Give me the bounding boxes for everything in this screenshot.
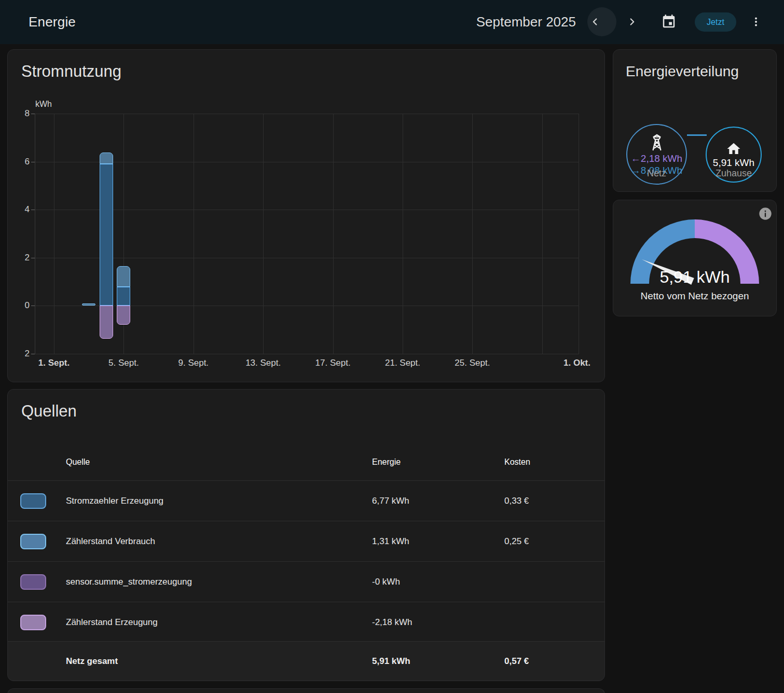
grid-to-home-line xyxy=(687,134,707,136)
source-energy: -0 kWh xyxy=(372,577,504,587)
period-label: September 2025 xyxy=(476,0,576,44)
usage-card-title: Stromnutzung xyxy=(21,62,121,81)
y-gridline xyxy=(35,114,579,114)
x-gridline xyxy=(542,114,543,354)
source-name: Stromzaehler Erzeugung xyxy=(59,496,372,506)
x-gridline xyxy=(403,114,403,354)
x-tick-label: 17. Sept. xyxy=(315,358,351,368)
y-tick-label: 2 xyxy=(12,253,30,263)
table-row: sensor.summe_stromerzeugung-0 kWh xyxy=(8,561,604,602)
home-icon xyxy=(726,141,741,157)
chevron-right-icon xyxy=(626,16,638,27)
source-energy: -2,18 kWh xyxy=(372,617,504,628)
source-cost: 0,25 € xyxy=(504,536,592,547)
axis-right xyxy=(579,114,579,354)
now-button-label: Jetzt xyxy=(707,18,724,27)
x-tick-label: 9. Sept. xyxy=(178,358,209,368)
table-row: Zählerstand Verbrauch1,31 kWh0,25 € xyxy=(8,521,604,561)
home-label: Zuhause xyxy=(706,168,762,179)
transmission-tower-icon xyxy=(647,133,667,153)
x-tick-label: 13. Sept. xyxy=(245,358,281,368)
y-axis-unit: kWh xyxy=(35,100,52,109)
x-gridline xyxy=(263,114,264,354)
x-gridline xyxy=(333,114,334,354)
y-tick xyxy=(31,258,35,258)
y-tick-label: 4 xyxy=(12,204,30,215)
x-tick-label: 25. Sept. xyxy=(455,358,490,368)
y-tick xyxy=(31,306,35,306)
sources-card-title: Quellen xyxy=(21,402,77,421)
x-gridline xyxy=(472,114,473,354)
bar-segment-Zählerstand Verbrauch[interactable] xyxy=(100,153,113,164)
gauge-value: 5,91 kWh xyxy=(613,268,776,287)
source-name: Zählerstand Erzeugung xyxy=(59,617,372,628)
source-energy: 1,31 kWh xyxy=(372,536,504,547)
y-gridline xyxy=(35,210,579,210)
total-energy: 5,91 kWh xyxy=(372,656,504,667)
distribution-card-title: Energieverteilung xyxy=(626,63,739,80)
bar-segment-Stromzaehler Erzeugung[interactable] xyxy=(117,287,130,306)
total-cost: 0,57 € xyxy=(504,656,592,667)
sources-table-body: Stromzaehler Erzeugung6,77 kWh0,33 €Zähl… xyxy=(8,480,604,642)
bar-segment-Zählerstand Verbrauch[interactable] xyxy=(117,266,130,287)
source-name: sensor.summe_stromerzeugung xyxy=(59,577,372,587)
column-cost: Kosten xyxy=(504,458,592,467)
overflow-menu-button[interactable] xyxy=(744,9,768,34)
x-tick-label: 1. Sept. xyxy=(38,358,70,368)
next-period-button[interactable] xyxy=(620,9,644,34)
calendar-button[interactable] xyxy=(656,9,681,34)
bar-segment-Stromzaehler Erzeugung[interactable] xyxy=(100,164,113,306)
column-energy: Energie xyxy=(372,458,504,467)
dots-vertical-icon xyxy=(750,16,762,28)
bar-segment-Zählerstand Erzeugung[interactable] xyxy=(117,306,130,325)
grid-label: Netz xyxy=(626,168,687,179)
y-tick xyxy=(31,210,35,210)
energy-distribution-card: Energieverteilung ←2,18 kWh →8,08 kWh 5,… xyxy=(613,49,777,192)
column-source: Quelle xyxy=(59,458,372,467)
chevron-left-icon xyxy=(589,16,601,27)
next-card-partial xyxy=(7,688,605,693)
y-gridline xyxy=(35,306,579,306)
y-tick-label: 6 xyxy=(12,157,30,167)
sources-table-header: Quelle Energie Kosten xyxy=(8,444,604,480)
page-title: Energie xyxy=(29,0,76,44)
x-tick-label: 21. Sept. xyxy=(385,358,420,368)
info-button[interactable] xyxy=(758,206,773,221)
total-name: Netz gesamt xyxy=(59,656,372,667)
previous-period-button[interactable] xyxy=(583,9,608,34)
y-tick-label: 2 xyxy=(12,349,30,359)
calendar-icon xyxy=(661,14,677,30)
info-icon xyxy=(758,206,773,221)
y-gridline xyxy=(35,354,579,354)
y-gridline xyxy=(35,162,579,162)
table-row: Zählerstand Erzeugung-2,18 kWh xyxy=(8,602,604,642)
electricity-usage-card: Stromnutzung kWh 8642021. Sept.5. Sept.9… xyxy=(7,49,605,382)
y-tick xyxy=(31,354,35,354)
table-row: Stromzaehler Erzeugung6,77 kWh0,33 € xyxy=(8,480,604,521)
x-tick-label: 5. Sept. xyxy=(108,358,139,368)
grid-neutrality-gauge-card: 5,91 kWh Netto vom Netz bezogen xyxy=(613,200,777,316)
app-header: Energie September 2025 Jetzt xyxy=(0,0,784,44)
x-gridline xyxy=(194,114,194,354)
now-button[interactable]: Jetzt xyxy=(695,12,736,32)
source-color-swatch xyxy=(20,493,46,509)
axis-left xyxy=(35,114,35,354)
y-gridline xyxy=(35,258,579,258)
bar-segment-Zählerstand Verbrauch[interactable] xyxy=(82,303,95,306)
table-total-row: Netz gesamt 5,91 kWh 0,57 € xyxy=(8,641,604,681)
grid-return-value: ←2,18 kWh xyxy=(631,153,682,164)
source-color-swatch xyxy=(20,534,46,549)
y-tick-label: 8 xyxy=(12,108,30,119)
x-tick-label: 1. Okt. xyxy=(563,358,590,368)
usage-bar-chart[interactable]: 8642021. Sept.5. Sept.9. Sept.13. Sept.1… xyxy=(35,114,579,354)
source-cost: 0,33 € xyxy=(504,496,592,506)
bar-segment-Zählerstand Erzeugung[interactable] xyxy=(100,306,113,339)
home-value: 5,91 kWh xyxy=(713,157,754,169)
gauge-label: Netto vom Netz bezogen xyxy=(613,290,776,302)
source-color-swatch xyxy=(20,574,46,590)
sources-card: Quellen Quelle Energie Kosten Stromzaehl… xyxy=(7,389,605,681)
y-tick xyxy=(31,162,35,162)
source-name: Zählerstand Verbrauch xyxy=(59,536,372,547)
y-tick xyxy=(31,114,35,114)
y-tick-label: 0 xyxy=(12,300,30,311)
